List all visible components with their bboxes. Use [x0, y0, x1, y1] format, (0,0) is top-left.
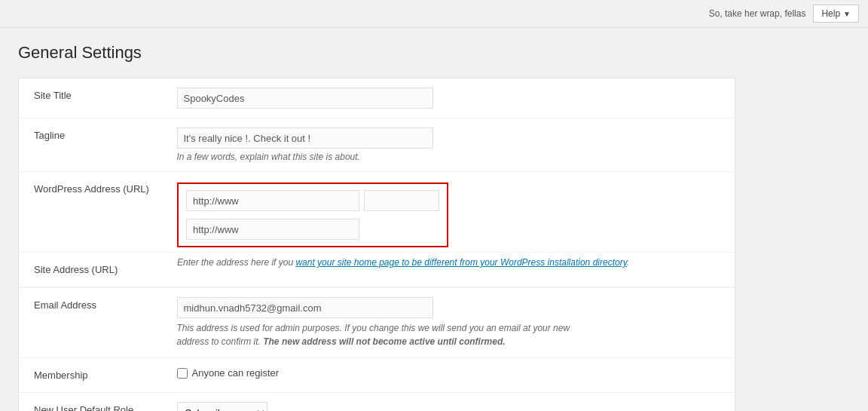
- membership-label: Membership: [19, 358, 170, 393]
- new-user-role-select[interactable]: Subscriber: [177, 402, 267, 411]
- membership-checkbox-label: Anyone can register: [192, 367, 280, 379]
- email-row: Email Address This address is used for a…: [19, 288, 735, 358]
- top-bar-message: So, take her wrap, fellas: [709, 8, 806, 19]
- wp-address-row: WordPress Address (URL): [19, 172, 735, 253]
- new-user-role-label: New User Default Role: [19, 393, 170, 412]
- page-content: General Settings Site Title Tagline In a…: [0, 28, 753, 411]
- site-address-hint: Enter the address here if you want your …: [177, 257, 727, 268]
- site-title-label: Site Title: [19, 78, 170, 118]
- wp-address-input[interactable]: [186, 190, 359, 211]
- help-label: Help: [821, 8, 840, 19]
- new-user-role-select-wrapper: Subscriber: [177, 402, 728, 411]
- email-hint: This address is used for admin purposes.…: [177, 321, 599, 348]
- page-title: General Settings: [18, 43, 735, 63]
- site-address-entry: [186, 219, 439, 240]
- wp-address-label: WordPress Address (URL): [19, 172, 170, 253]
- new-user-role-row: New User Default Role Subscriber: [19, 393, 735, 412]
- membership-checkbox[interactable]: [177, 368, 188, 379]
- chevron-down-icon: ▼: [843, 10, 851, 18]
- site-address-hint-suffix: .: [627, 257, 629, 268]
- tagline-row: Tagline In a few words, explain what thi…: [19, 118, 735, 172]
- settings-table: Site Title Tagline In a few words, expla…: [18, 78, 735, 411]
- tagline-hint: In a few words, explain what this site i…: [177, 152, 728, 162]
- site-address-input[interactable]: [186, 219, 359, 240]
- membership-row: Membership Anyone can register: [19, 358, 735, 393]
- site-address-label: Site Address (URL): [19, 253, 170, 287]
- email-input[interactable]: [177, 297, 433, 318]
- help-button[interactable]: Help ▼: [813, 5, 859, 23]
- tagline-label: Tagline: [19, 118, 170, 172]
- wp-address-extra-input[interactable]: [364, 190, 439, 211]
- site-address-hint-link[interactable]: want your site home page to be different…: [295, 257, 626, 268]
- tagline-input[interactable]: [177, 127, 433, 149]
- email-label: Email Address: [19, 288, 170, 358]
- site-address-hint-prefix: Enter the address here if you: [177, 257, 295, 268]
- url-highlight-box: [177, 182, 448, 247]
- email-hint-bold: The new address will not become active u…: [261, 336, 506, 347]
- top-bar: So, take her wrap, fellas Help ▼: [0, 0, 868, 28]
- site-title-input[interactable]: [177, 87, 433, 109]
- url-section-row: WordPress Address (URL): [19, 172, 735, 288]
- wp-address-entry: [186, 190, 439, 211]
- site-address-hint-row: Site Address (URL) Enter the address her…: [19, 253, 735, 287]
- membership-checkbox-row: Anyone can register: [177, 367, 728, 379]
- site-title-row: Site Title: [19, 78, 735, 118]
